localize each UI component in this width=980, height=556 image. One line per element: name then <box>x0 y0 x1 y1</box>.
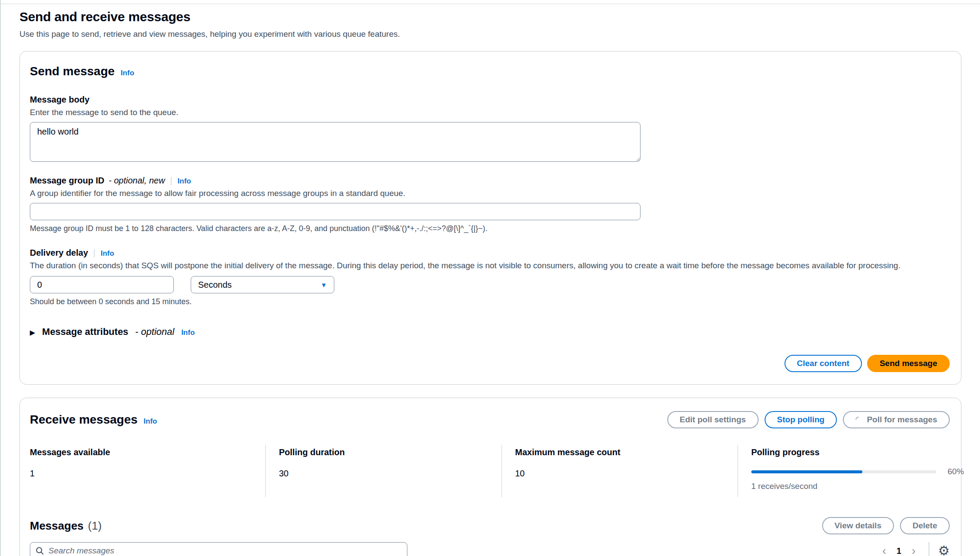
send-message-panel: Send message Info Message body Enter the… <box>19 51 961 385</box>
label-divider: | <box>93 248 96 258</box>
progress-rate: 1 receives/second <box>751 482 964 491</box>
message-body-textarea[interactable] <box>30 122 641 162</box>
messages-count: (1) <box>88 519 102 533</box>
search-icon <box>35 546 44 555</box>
clear-content-button[interactable]: Clear content <box>785 355 862 372</box>
message-attributes-label: Message attributes <box>42 326 128 337</box>
send-panel-title: Send message <box>30 64 115 78</box>
delivery-delay-label: Delivery delay <box>30 248 88 258</box>
polling-progress-label: Polling progress <box>751 447 964 457</box>
delivery-delay-input[interactable] <box>30 276 174 293</box>
progress-bar-track <box>751 470 936 473</box>
poll-for-messages-button[interactable]: Poll for messages <box>843 411 950 428</box>
stat-label: Messages available <box>30 447 265 457</box>
stat-polling-progress: Polling progress 60% 1 receives/second <box>737 445 964 497</box>
stat-max-message-count: Maximum message count 10 <box>501 445 737 497</box>
progress-percent: 60% <box>948 467 964 476</box>
edit-poll-settings-button[interactable]: Edit poll settings <box>667 411 759 428</box>
message-group-id-suffix: - optional, new <box>109 176 165 186</box>
message-body-description: Enter the message to send to the queue. <box>30 108 950 117</box>
search-box <box>30 542 407 556</box>
message-group-id-input[interactable] <box>30 203 641 220</box>
stat-value: 10 <box>515 469 737 479</box>
top-divider <box>1 3 980 4</box>
receive-messages-panel: Receive messages Info Edit poll settings… <box>19 398 961 556</box>
message-attributes-suffix: - optional <box>135 326 175 337</box>
message-group-id-label: Message group ID <box>30 176 104 186</box>
send-message-button[interactable]: Send message <box>867 355 950 372</box>
stat-label: Polling duration <box>279 447 501 457</box>
page-number[interactable]: 1 <box>897 546 901 556</box>
pagination-divider <box>929 542 929 556</box>
page-description: Use this page to send, retrieve and view… <box>19 29 963 39</box>
page-title: Send and receive messages <box>19 10 963 24</box>
delete-button[interactable]: Delete <box>900 517 950 534</box>
expand-right-icon: ▶ <box>30 328 35 337</box>
chevron-down-icon: ▼ <box>320 281 327 289</box>
next-page-icon[interactable]: › <box>910 545 917 556</box>
label-divider: | <box>169 176 173 186</box>
search-messages-input[interactable] <box>48 546 402 556</box>
message-group-info-link[interactable]: Info <box>178 177 191 186</box>
stat-polling-duration: Polling duration 30 <box>265 445 501 497</box>
stat-messages-available: Messages available 1 <box>30 445 265 497</box>
delivery-delay-unit-value: Seconds <box>198 280 232 290</box>
delivery-delay-constraint: Should be between 0 seconds and 15 minut… <box>30 297 950 306</box>
pagination: ‹ 1 › ⚙ <box>881 542 950 556</box>
view-details-button[interactable]: View details <box>822 517 894 534</box>
delivery-delay-unit-select[interactable]: Seconds ▼ <box>191 276 334 293</box>
message-body-label: Message body <box>30 95 950 105</box>
progress-bar-fill <box>751 470 862 473</box>
message-group-constraint: Message group ID must be 1 to 128 charac… <box>30 224 950 233</box>
delivery-delay-description: The duration (in seconds) that SQS will … <box>30 261 950 270</box>
message-attributes-info-link[interactable]: Info <box>181 328 195 337</box>
gear-icon[interactable]: ⚙ <box>938 544 950 556</box>
stop-polling-button[interactable]: Stop polling <box>765 411 837 428</box>
send-info-link[interactable]: Info <box>121 69 134 77</box>
page-header: Send and receive messages Use this page … <box>1 0 980 39</box>
previous-page-icon[interactable]: ‹ <box>881 545 888 556</box>
message-group-description: A group identifier for the message to al… <box>30 189 950 198</box>
message-attributes-expander[interactable]: ▶ Message attributes - optional Info <box>30 326 950 337</box>
stat-label: Maximum message count <box>515 447 737 457</box>
delivery-delay-info-link[interactable]: Info <box>101 249 114 258</box>
poll-for-messages-label: Poll for messages <box>867 415 937 424</box>
stat-value: 30 <box>279 469 501 479</box>
loading-spinner-icon <box>855 415 863 424</box>
stat-value: 1 <box>30 469 265 479</box>
receive-panel-title: Receive messages <box>30 413 138 427</box>
messages-title: Messages <box>30 519 83 533</box>
receive-info-link[interactable]: Info <box>144 417 157 426</box>
